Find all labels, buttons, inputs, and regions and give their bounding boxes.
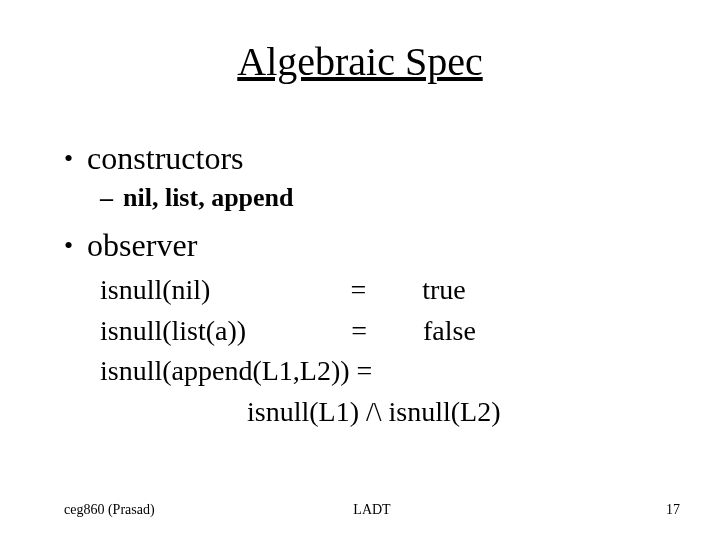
equation-line-2: isnull(list(a)) = false: [100, 311, 680, 352]
subbullet-constructors: –nil, list, append: [100, 183, 680, 213]
dash-icon: –: [100, 183, 113, 213]
footer-page-number: 17: [666, 502, 680, 518]
bullet-dot-icon: •: [64, 146, 73, 172]
slide: Algebraic Spec • constructors –nil, list…: [0, 0, 720, 540]
bullet-constructors: • constructors: [64, 140, 680, 177]
equation-line-1: isnull(nil) = true: [100, 270, 680, 311]
bullet-observer-label: observer: [87, 227, 197, 264]
slide-title: Algebraic Spec: [0, 38, 720, 85]
footer-center: LADT: [64, 502, 680, 518]
equation-line-4: isnull(L1) /\ isnull(L2): [100, 392, 680, 433]
slide-footer: LADT ceg860 (Prasad) 17: [64, 502, 680, 518]
bullet-observer: • observer: [64, 227, 680, 264]
equation-line-3: isnull(append(L1,L2)) =: [100, 351, 680, 392]
bullet-dot-icon: •: [64, 233, 73, 259]
footer-left: ceg860 (Prasad): [64, 502, 155, 518]
equation-block: isnull(nil) = true isnull(list(a)) = fal…: [100, 270, 680, 432]
subbullet-constructors-label: nil, list, append: [123, 183, 294, 212]
slide-body: • constructors –nil, list, append • obse…: [64, 140, 680, 432]
bullet-constructors-label: constructors: [87, 140, 243, 177]
